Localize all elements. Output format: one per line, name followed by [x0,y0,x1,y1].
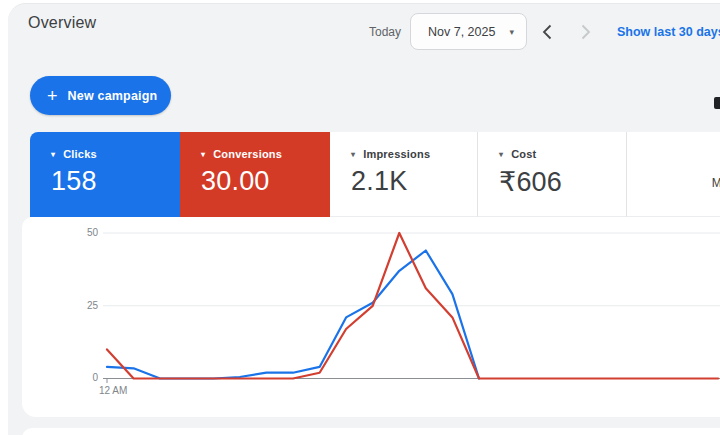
previous-day-button[interactable] [534,22,560,42]
metric-tab-label: Conversions [213,148,282,160]
clipped-ui-element [714,97,720,109]
metric-tab-label: Cost [511,148,536,160]
caret-down-icon: ▾ [51,150,55,159]
ads-overview-page: Overview Today Nov 7, 2025 ▾ Show last 3… [0,0,720,435]
metric-tab-impressions[interactable]: ▾ Impressions 2.1K [330,132,478,217]
caret-down-icon: ▾ [499,150,503,159]
caret-down-icon: ▾ [351,150,355,159]
x-axis-tick-12am: 12 AM [99,385,127,396]
new-campaign-button[interactable]: + New campaign [30,76,171,115]
metric-tab-label: Clicks [63,148,97,160]
metric-tab-cost[interactable]: ▾ Cost ₹606 [478,132,627,217]
page-title: Overview [28,14,96,32]
metric-tab-value: 30.00 [201,166,322,197]
plus-icon: + [47,87,58,105]
chevron-right-icon [581,24,591,40]
y-axis-tick-0: 0 [76,372,98,383]
y-axis-tick-25: 25 [76,300,98,311]
metric-tab-conversions[interactable]: ▾ Conversions 30.00 [180,132,330,217]
clicks-line [107,251,479,379]
chevron-left-icon [542,24,552,40]
date-picker-button[interactable]: Nov 7, 2025 ▾ [410,13,527,50]
date-picker-value: Nov 7, 2025 [428,25,509,39]
metric-tab-value: 158 [51,166,172,197]
metric-tab-value: 2.1K [351,166,469,197]
metric-tab-clicks[interactable]: ▾ Clicks 158 [30,132,180,217]
caret-down-icon: ▾ [201,150,205,159]
caret-down-icon: ▾ [509,27,514,37]
y-axis-tick-50: 50 [76,227,98,238]
metric-tabs-row: ▾ Clicks 158 ▾ Conversions 30.00 ▾ Impre… [30,132,720,217]
metric-tab-label: Impressions [363,148,430,160]
next-widget-card-top [22,428,720,435]
date-range-label: Today [369,25,401,39]
metric-tab-value: ₹606 [499,166,618,198]
metrics-button[interactable]: Metrics [627,132,720,217]
next-day-button[interactable] [573,22,599,42]
metrics-button-label: Metrics [691,176,720,190]
new-campaign-label: New campaign [68,89,158,103]
show-last-30-days-link[interactable]: Show last 30 days [617,25,720,39]
